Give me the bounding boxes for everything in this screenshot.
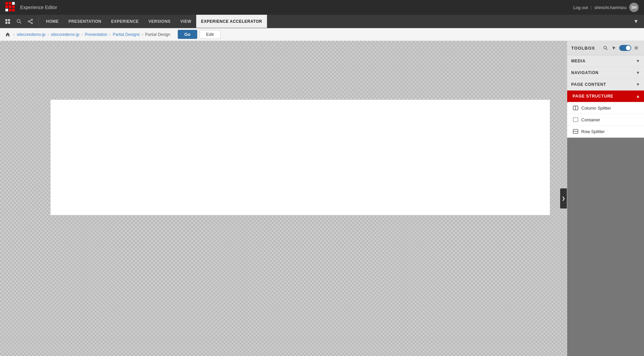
row-splitter-icon	[573, 128, 579, 134]
bc-sep-1: ›	[47, 32, 49, 37]
nav-expand-button[interactable]: ▼	[631, 18, 641, 24]
breadcrumb-bar: › sitecoredemo-jp › sitecoredemo-jp › Pr…	[0, 28, 644, 41]
column-splitter-icon	[573, 105, 579, 111]
svg-rect-3	[8, 22, 10, 24]
toolbox-header-icons	[602, 44, 640, 52]
bc-sep-0: ›	[13, 32, 15, 37]
tab-view[interactable]: VIEW	[176, 15, 197, 28]
section-page-content-arrow: ▼	[636, 82, 640, 87]
section-navigation-header[interactable]: NAVIGATION ▼	[567, 67, 644, 79]
toolbox-cursor-icon[interactable]	[610, 44, 618, 52]
tab-home[interactable]: HOME	[41, 15, 64, 28]
grid-icon[interactable]	[3, 16, 13, 26]
bc-sep-4: ›	[142, 32, 143, 37]
svg-point-6	[31, 19, 33, 20]
svg-line-9	[30, 20, 31, 21]
section-media-arrow: ▼	[636, 59, 640, 63]
section-page-structure-header[interactable]: PAGE STRUCTURE ▲	[567, 91, 644, 102]
avatar: SH	[629, 3, 639, 12]
svg-rect-2	[5, 22, 7, 24]
nav-tabs: HOME PRESENTATION EXPERIENCE VERSIONS VI…	[41, 15, 631, 28]
canvas-content-block	[50, 100, 550, 215]
breadcrumb-item-3[interactable]: Partial Designs	[113, 32, 140, 37]
go-button[interactable]: Go	[178, 30, 197, 39]
collapse-arrow-icon: ❯	[562, 196, 565, 201]
section-page-structure-arrow: ▲	[636, 94, 640, 99]
user-area: Log out | shinichi.harimizu SH	[573, 3, 639, 12]
svg-line-10	[30, 22, 31, 23]
breadcrumb-item-0[interactable]: sitecoredemo-jp	[17, 32, 45, 37]
bc-sep-3: ›	[109, 32, 111, 37]
toolbox-bottom-area	[567, 138, 644, 356]
title-bar: Experience Editor Log out | shinichi.har…	[0, 0, 644, 15]
toolbox-title: TOOLBOX	[571, 46, 599, 51]
svg-rect-16	[573, 118, 578, 122]
sitecore-logo	[5, 2, 16, 13]
svg-line-12	[606, 49, 607, 50]
toolbox-search-icon[interactable]	[602, 44, 609, 52]
tab-versions[interactable]: VERSIONS	[144, 15, 176, 28]
toolbox-item-column-splitter[interactable]: Column Splitter	[567, 102, 644, 114]
section-media-label: MEDIA	[571, 59, 636, 63]
toolbox-settings-icon[interactable]	[633, 44, 640, 52]
main-layout: ❯ TOOLBOX	[0, 41, 644, 356]
svg-point-8	[31, 22, 33, 24]
section-navigation-label: NAVIGATION	[571, 70, 636, 75]
container-label: Container	[581, 117, 600, 122]
nav-icons-group	[3, 16, 39, 26]
canvas-area: ❯	[0, 41, 567, 356]
toolbox-header: TOOLBOX	[567, 41, 644, 55]
column-splitter-label: Column Splitter	[581, 106, 611, 111]
breadcrumb-item-2[interactable]: Presentation	[85, 32, 107, 37]
section-page-structure-label: PAGE STRUCTURE	[573, 94, 636, 99]
breadcrumb-item-4: Partial Design	[145, 32, 170, 37]
edit-button[interactable]: Edit	[199, 30, 221, 39]
toolbox-toggle[interactable]	[619, 45, 631, 51]
tab-experience-accelerator[interactable]: EXPERIENCE ACCELERATOR	[196, 15, 267, 28]
svg-rect-1	[8, 19, 10, 21]
tab-presentation[interactable]: PRESENTATION	[64, 15, 106, 28]
section-page-content-header[interactable]: PAGE CONTENT ▼	[567, 79, 644, 91]
toolbox-panel: TOOLBOX	[567, 41, 644, 356]
svg-line-5	[20, 22, 21, 23]
nav-bar: HOME PRESENTATION EXPERIENCE VERSIONS VI…	[0, 15, 644, 28]
svg-point-13	[636, 47, 637, 49]
toolbox-item-row-splitter[interactable]: Row Splitter	[567, 126, 644, 137]
app-title: Experience Editor	[20, 5, 573, 10]
svg-point-11	[604, 46, 606, 49]
canvas-collapse-handle[interactable]: ❯	[560, 188, 567, 209]
tab-experience[interactable]: EXPERIENCE	[106, 15, 144, 28]
breadcrumb-home-icon[interactable]	[4, 31, 11, 38]
bc-sep-2: ›	[82, 32, 83, 37]
section-page-structure-items: Column Splitter Container	[567, 102, 644, 138]
section-navigation-arrow: ▼	[636, 70, 640, 75]
search-icon[interactable]	[14, 16, 24, 26]
section-media-header[interactable]: MEDIA ▼	[567, 55, 644, 67]
username-label: shinichi.harimizu	[594, 5, 627, 10]
breadcrumb-actions: Go Edit	[178, 30, 221, 39]
svg-point-7	[28, 21, 30, 22]
container-icon	[573, 117, 579, 123]
svg-point-4	[17, 19, 20, 22]
section-page-content-label: PAGE CONTENT	[571, 82, 636, 87]
row-splitter-label: Row Splitter	[581, 129, 605, 134]
separator: |	[591, 5, 592, 10]
svg-rect-0	[5, 19, 7, 21]
toolbox-item-container[interactable]: Container	[567, 114, 644, 126]
share-icon[interactable]	[25, 16, 36, 26]
breadcrumb-item-1[interactable]: sitecoredemo-jp	[51, 32, 79, 37]
logout-link[interactable]: Log out	[573, 5, 588, 10]
